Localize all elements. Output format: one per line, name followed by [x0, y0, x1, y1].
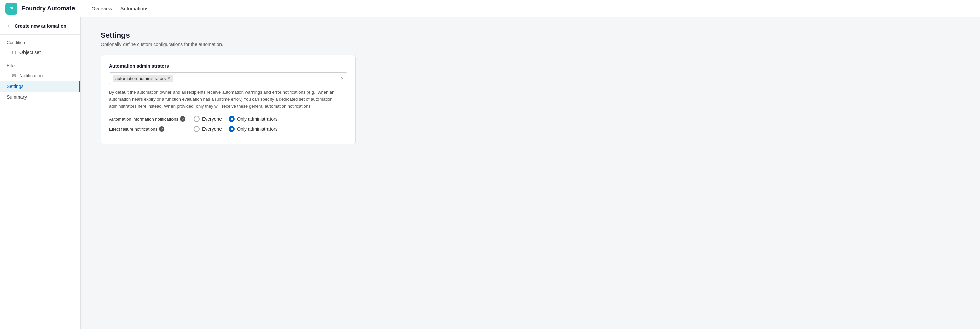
effect-failure-everyone-radio[interactable]: [194, 126, 200, 132]
sidebar-item-object-set[interactable]: ⬡ Object set: [0, 47, 80, 58]
tag-remove-button[interactable]: ×: [168, 76, 170, 80]
sidebar-title: Create new automation: [15, 23, 67, 29]
automation-info-only-admins-label: Only administrators: [237, 116, 278, 122]
effect-section-label: Effect: [0, 58, 80, 70]
effect-failure-only-admins-option[interactable]: Only administrators: [229, 126, 278, 132]
effect-failure-only-admins-label: Only administrators: [237, 126, 278, 132]
page-title: Settings: [101, 31, 960, 40]
sidebar-item-notification-label: Notification: [19, 73, 43, 78]
sidebar-item-settings[interactable]: Settings: [0, 81, 80, 92]
effect-failure-only-admins-radio[interactable]: [229, 126, 235, 132]
admin-tag-value: automation-administrators: [115, 76, 166, 81]
automation-info-everyone-radio[interactable]: [194, 116, 200, 122]
automation-info-everyone-option[interactable]: Everyone: [194, 116, 222, 122]
top-navigation: Foundry Automate Overview Automations: [0, 0, 980, 17]
svg-point-3: [13, 7, 13, 8]
admins-field-label: Automation administrators: [109, 64, 347, 69]
effect-failure-everyone-label: Everyone: [202, 126, 222, 132]
envelope-icon: ✉: [12, 73, 16, 78]
effect-failure-label: Effect failure notifications: [109, 127, 158, 132]
condition-section-label: Condition: [0, 35, 80, 47]
cube-icon: ⬡: [12, 50, 16, 55]
effect-failure-radio-group: Everyone Only administrators: [194, 126, 278, 132]
content-area: Settings Optionally define custom config…: [81, 17, 980, 329]
sidebar-item-summary[interactable]: Summary: [0, 92, 80, 102]
sidebar-back-button[interactable]: ← Create new automation: [0, 17, 80, 35]
input-clear-button[interactable]: ×: [341, 76, 344, 81]
automation-info-everyone-label: Everyone: [202, 116, 222, 122]
automation-info-only-admins-radio[interactable]: [229, 116, 235, 122]
sidebar-item-notification[interactable]: ✉ Notification: [0, 70, 80, 81]
automations-link[interactable]: Automations: [121, 4, 148, 13]
overview-link[interactable]: Overview: [91, 4, 113, 13]
automation-info-help-icon[interactable]: ?: [180, 116, 185, 122]
back-icon: ←: [7, 23, 12, 29]
sidebar-settings-label: Settings: [7, 84, 24, 89]
automation-info-only-admins-option[interactable]: Only administrators: [229, 116, 278, 122]
sidebar-summary-label: Summary: [7, 94, 27, 100]
admin-tag: automation-administrators ×: [113, 75, 173, 82]
sidebar: ← Create new automation Condition ⬡ Obje…: [0, 17, 81, 329]
effect-failure-notifications-row: Effect failure notifications ? Everyone …: [109, 126, 347, 132]
automation-info-notifications-row: Automation information notifications ? E…: [109, 116, 347, 122]
svg-point-2: [10, 7, 10, 8]
app-title: Foundry Automate: [21, 5, 83, 12]
automation-info-label: Automation information notifications: [109, 116, 178, 122]
settings-card: Automation administrators automation-adm…: [101, 55, 356, 145]
app-logo: [5, 3, 18, 15]
effect-failure-everyone-option[interactable]: Everyone: [194, 126, 222, 132]
sidebar-item-object-set-label: Object set: [19, 50, 41, 55]
main-layout: ← Create new automation Condition ⬡ Obje…: [0, 17, 980, 329]
admins-tag-input[interactable]: automation-administrators × ×: [109, 72, 347, 84]
effect-failure-help-icon[interactable]: ?: [159, 126, 164, 132]
admins-description: By default the automation owner and all …: [109, 89, 347, 110]
automation-info-radio-group: Everyone Only administrators: [194, 116, 278, 122]
page-subtitle: Optionally define custom configurations …: [101, 41, 960, 47]
nav-links: Overview Automations: [91, 4, 148, 13]
